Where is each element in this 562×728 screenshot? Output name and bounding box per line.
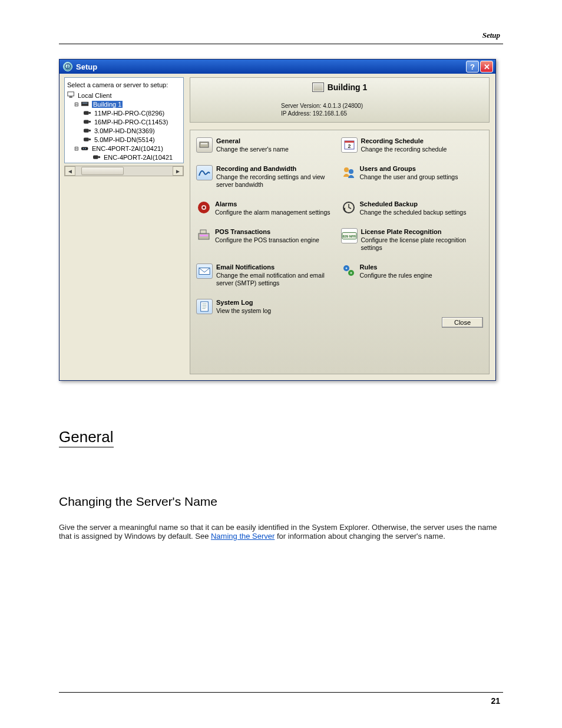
option-users-groups[interactable]: Users and GroupsChange the user and grou… [341,165,484,189]
server-box-icon [196,137,213,153]
option-title: General [216,137,289,146]
scroll-track[interactable] [75,167,173,175]
svg-rect-6 [84,120,89,123]
link-naming-the-server[interactable]: Naming the Server [211,532,275,541]
close-window-button[interactable]: ✕ [480,61,493,73]
option-desc: Change the server's name [216,146,289,153]
svg-rect-17 [200,142,209,147]
svg-rect-4 [84,111,89,114]
app-icon: ⓘ [63,62,72,71]
gears-icon [341,263,356,278]
tree-item-label: 5.0MP-HD-DN(5514) [94,136,155,143]
title-bar[interactable]: ⓘ Setup ? ✕ [59,60,495,74]
email-icon [196,263,213,279]
expand-icon[interactable]: ⊟ [74,101,79,107]
option-recording-schedule[interactable]: 2 Recording ScheduleChange the recording… [341,137,484,153]
tree-item-camera[interactable]: 5.0MP-HD-DN(5514) [84,135,182,144]
page-header-label: Setup [482,31,500,40]
tree-item-server[interactable]: ⊟ Building 1 [74,100,182,108]
option-title: Users and Groups [360,165,458,173]
svg-point-39 [350,272,352,274]
body-paragraph: Give the server a meaningful name so tha… [59,523,503,541]
tree-item-camera[interactable]: 16MP-HD-PRO-C(11453) [84,117,182,126]
option-title: Recording and Bandwidth [216,165,339,173]
top-rule [59,44,503,44]
svg-point-5 [89,111,91,114]
tree-item-label: 16MP-HD-PRO-C(11453) [94,118,168,126]
svg-point-26 [203,206,205,209]
svg-text:829 NFR: 829 NFR [342,235,355,238]
camera-icon [84,136,92,143]
server-version-label: Server Version: 4.0.1.3 (24800) [281,103,481,110]
scroll-left-arrow[interactable]: ◄ [65,166,75,176]
option-desc: Change the email notification and email … [216,272,325,286]
tree-item-camera[interactable]: 3.0MP-HD-DN(3369) [84,126,182,135]
device-tree[interactable]: Select a camera or server to setup: Loca… [64,77,184,163]
option-email-notifications[interactable]: Email NotificationsChange the email noti… [196,263,339,287]
users-icon [341,165,356,179]
tree-horizontal-scrollbar[interactable]: ◄ ► [64,166,184,176]
option-desc: Change the scheduled backup settings [360,209,467,216]
option-system-log[interactable]: System LogView the system log [196,299,339,315]
option-desc: Change the recording settings and view s… [216,173,325,188]
license-plate-icon: 829 NFR [341,228,358,243]
tree-item-camera[interactable]: ENC-4PORT-2AI(10421 [93,153,182,162]
svg-rect-3 [82,103,88,104]
option-title: System Log [216,299,271,307]
setup-dialog: ⓘ Setup ? ✕ Select a camera or server to… [59,59,496,381]
option-desc: Configure the POS transaction engine [215,236,319,243]
svg-text:2: 2 [348,143,351,149]
svg-rect-31 [200,235,208,236]
tree-item-label: 11MP-HD-PRO-C(8296) [94,110,164,117]
tree-item-camera[interactable]: 11MP-HD-PRO-C(8296) [84,108,182,117]
option-title: Recording Schedule [361,137,447,146]
option-recording-bandwidth[interactable]: Recording and BandwidthChange the record… [196,165,339,189]
option-title: Scheduled Backup [360,200,467,209]
encoder-icon [81,145,90,152]
option-title: License Plate Recognition [361,228,484,236]
tree-item-local-client[interactable]: Local Client [67,91,182,100]
option-alarms[interactable]: AlarmsConfigure the alarm management set… [196,200,339,216]
close-button[interactable]: Close [442,317,483,328]
svg-rect-32 [200,230,206,233]
ip-address-label: IP Address: 192.168.1.65 [281,110,481,118]
svg-point-22 [344,167,349,172]
server-icon [81,101,90,108]
svg-point-9 [89,129,91,131]
body-text: for information about changing the serve… [277,532,445,541]
tree-item-encoder[interactable]: ⊟ ENC-4PORT-2AI(10421) [74,144,182,153]
option-rules[interactable]: RulesConfigure the rules engine [341,263,484,287]
option-title: Rules [360,263,432,272]
tree-item-label: ENC-4PORT-2AI(10421) [92,145,163,152]
help-button[interactable]: ? [466,61,479,73]
option-desc: Change the recording schedule [361,146,447,153]
tree-item-label: Building 1 [92,101,123,108]
section-heading-change-server-name: Changing the Server's Name [59,495,503,509]
option-desc: Configure the rules engine [360,272,432,279]
option-title: POS Transactions [215,228,319,236]
monitor-icon [67,92,75,99]
option-title: Email Notifications [216,263,339,272]
calendar-icon: 2 [341,137,358,153]
camera-icon [84,118,92,126]
option-general[interactable]: GeneralChange the server's name [196,137,339,153]
svg-point-7 [89,120,91,123]
option-desc: View the system log [216,307,271,314]
dialog-title: Setup [76,62,466,71]
svg-point-11 [89,138,91,140]
content-header: Building 1 Server Version: 4.0.1.3 (2480… [190,77,490,123]
svg-rect-12 [81,147,88,150]
scroll-right-arrow[interactable]: ► [173,166,183,176]
svg-point-37 [345,267,347,269]
expand-icon[interactable]: ⊟ [74,146,79,151]
option-license-plate-recognition[interactable]: 829 NFR License Plate RecognitionConfigu… [341,228,484,252]
server-name-label: Building 1 [328,83,368,92]
svg-point-14 [85,148,86,149]
camera-icon [84,127,92,134]
option-scheduled-backup[interactable]: Scheduled BackupChange the scheduled bac… [341,200,484,216]
section-heading-general: General [59,428,114,447]
option-pos-transactions[interactable]: POS TransactionsConfigure the POS transa… [196,228,339,252]
scroll-thumb[interactable] [81,167,124,175]
option-desc: Change the user and group settings [360,173,458,180]
tree-caption: Select a camera or server to setup: [67,81,182,88]
